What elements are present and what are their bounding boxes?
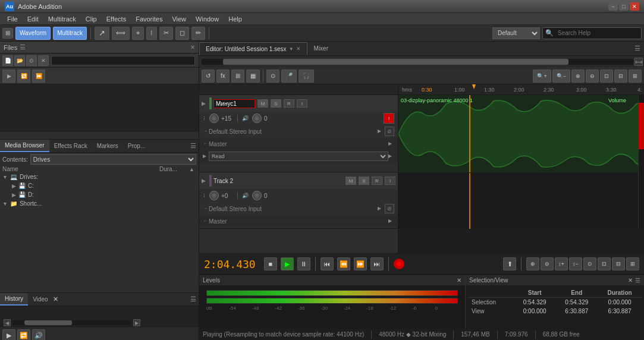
track2-mute-button[interactable]: M: [345, 177, 356, 185]
track1-rec-button[interactable]: R: [284, 99, 294, 108]
tab-video[interactable]: Video: [28, 293, 52, 306]
menu-clip[interactable]: Clip: [81, 14, 102, 24]
track1-name-input[interactable]: [213, 99, 255, 108]
scroll-left-btn[interactable]: ◀: [4, 319, 11, 326]
scroll-right-btn[interactable]: ▶: [133, 319, 140, 326]
headphone-button[interactable]: 🎧: [299, 70, 314, 83]
sv-sel-start[interactable]: 0:54.329: [514, 298, 556, 307]
new-file-button[interactable]: 📄: [2, 55, 13, 66]
files-panel-menu[interactable]: ☰: [20, 43, 26, 51]
zoom-in-v-btn[interactable]: ⊕: [571, 70, 585, 83]
pencil-tool-button[interactable]: ✏: [191, 27, 205, 40]
snap-button[interactable]: ⊙: [266, 70, 279, 83]
mini-play-btn[interactable]: ▶: [2, 329, 15, 341]
loop-preview-button[interactable]: 🔁: [17, 70, 30, 83]
track2-solo-button[interactable]: S: [359, 177, 369, 185]
delete-file-button[interactable]: ✕: [38, 55, 49, 66]
track2-output-arrow[interactable]: ←: [203, 218, 209, 224]
arrow-tool-button[interactable]: ↗: [95, 27, 109, 40]
sv-view-start[interactable]: 0:00.000: [514, 307, 556, 316]
track1-solo-button[interactable]: S: [271, 99, 281, 108]
track1-output-arrow[interactable]: ←: [203, 141, 209, 147]
track1-read-select[interactable]: Read: [209, 152, 388, 161]
track1-output-right[interactable]: ▶: [388, 141, 394, 147]
eq-button[interactable]: ⊞: [231, 70, 244, 83]
track1-input-config[interactable]: ⊘: [385, 127, 394, 136]
waveform-button[interactable]: Waveform: [15, 27, 51, 40]
zoom-special-2[interactable]: ⊡: [598, 257, 611, 270]
track1-waveform[interactable]: 03-dizplay-panoramic 48000 1 Volume: [398, 95, 644, 172]
track2-waveform[interactable]: [398, 172, 644, 229]
zoom-out-time-btn[interactable]: ⊖: [541, 257, 554, 270]
zoom-special-4[interactable]: ⊞: [626, 257, 639, 270]
cut-tool-button[interactable]: ✂: [159, 27, 173, 40]
sv-view-dur[interactable]: 6:30.887: [598, 307, 642, 316]
mixer-tab[interactable]: Mixer: [307, 42, 335, 55]
menu-favorites[interactable]: Favorites: [131, 14, 167, 24]
track2-rec-button[interactable]: R: [372, 177, 382, 185]
close-button[interactable]: ✕: [630, 2, 639, 11]
search-input[interactable]: [555, 27, 639, 39]
files-panel-close[interactable]: ✕: [190, 44, 195, 51]
slip-tool-button[interactable]: ⁞: [146, 27, 157, 40]
files-search-input[interactable]: [51, 56, 195, 65]
sv-sel-dur[interactable]: 0:00.000: [598, 298, 642, 307]
menu-effects[interactable]: Effects: [102, 14, 131, 24]
media-tabs-menu[interactable]: ☰: [188, 142, 199, 150]
zoom-fit-btn[interactable]: ⊡: [600, 70, 613, 83]
track2-input-config[interactable]: ⊘: [385, 204, 394, 213]
to-start-button[interactable]: ⏮: [321, 257, 334, 270]
track2-input-right[interactable]: ▶: [378, 206, 384, 212]
tree-drives-item[interactable]: ▼ 💻 Drives:: [0, 172, 199, 181]
sv-view-end[interactable]: 6:30.887: [556, 307, 598, 316]
to-end-button[interactable]: ⏭: [370, 257, 384, 270]
menu-multitrack[interactable]: Multitrack: [43, 14, 81, 24]
track2-input-button[interactable]: I: [385, 177, 395, 185]
contents-select[interactable]: Drives: [30, 154, 196, 165]
stop-button[interactable]: ■: [264, 257, 277, 270]
editor-tab-close[interactable]: ✕: [296, 46, 301, 52]
prev-button[interactable]: ⏪: [337, 257, 350, 270]
tab-markers[interactable]: Markers: [92, 140, 123, 152]
track1-clip-indicator[interactable]: !: [384, 113, 394, 124]
mic-button[interactable]: 🎤: [281, 70, 297, 83]
zoom-out-h-btn[interactable]: 🔍−: [552, 70, 570, 83]
editor-tabs-menu[interactable]: ☰: [631, 45, 644, 52]
play-preview-button[interactable]: ▶: [2, 70, 15, 83]
menu-view[interactable]: View: [167, 14, 191, 24]
maximize-button[interactable]: □: [619, 2, 629, 11]
zoom-vert-in-btn[interactable]: ↕+: [555, 257, 568, 270]
sv-menu[interactable]: ☰: [635, 277, 640, 284]
track1-input-button[interactable]: I: [297, 99, 307, 108]
tree-shortcuts[interactable]: ▼ 📁 Shortc...: [0, 199, 199, 208]
sv-sel-end[interactable]: 0:54.329: [556, 298, 598, 307]
lasso-tool-button[interactable]: ⌖: [132, 27, 144, 40]
zoom-in-h-btn[interactable]: 🔍+: [533, 70, 551, 83]
tree-d-drive[interactable]: ▶ 💾 D:: [0, 190, 199, 199]
export-button[interactable]: ⬆: [503, 257, 516, 270]
levels-close[interactable]: ✕: [457, 277, 461, 284]
zoom-full-btn[interactable]: ⊞: [629, 70, 642, 83]
track1-input-arrow[interactable]: →: [203, 128, 209, 134]
zoom-vert-out-btn[interactable]: ↕−: [569, 257, 582, 270]
menu-window[interactable]: Window: [191, 14, 224, 24]
tree-c-drive[interactable]: ▶ 💾 C:: [0, 181, 199, 190]
bottom-tabs-menu[interactable]: ☰: [188, 295, 199, 303]
tab-history[interactable]: History: [0, 293, 28, 306]
menu-edit[interactable]: Edit: [23, 14, 43, 24]
track2-input-arrow[interactable]: →: [203, 206, 209, 212]
open-file-button[interactable]: 📂: [14, 55, 25, 66]
mix-button[interactable]: ▦: [246, 70, 260, 83]
pause-button[interactable]: ⏸: [297, 257, 310, 270]
track1-input-right[interactable]: ▶: [378, 128, 384, 134]
track2-pan-knob[interactable]: [209, 191, 219, 200]
bottom-tab-close[interactable]: ✕: [53, 295, 58, 303]
fx-button[interactable]: fx: [216, 70, 230, 83]
track2-volume-knob[interactable]: [252, 191, 262, 200]
play-button[interactable]: ▶: [281, 257, 294, 270]
track1-read-right[interactable]: ▶: [388, 153, 394, 159]
multitrack-button[interactable]: Multitrack: [53, 27, 87, 40]
zoom-in-time-btn[interactable]: ⊕: [526, 257, 539, 270]
track1-expand[interactable]: ▶: [202, 100, 206, 106]
zoom-special-1[interactable]: ⊙: [583, 257, 596, 270]
